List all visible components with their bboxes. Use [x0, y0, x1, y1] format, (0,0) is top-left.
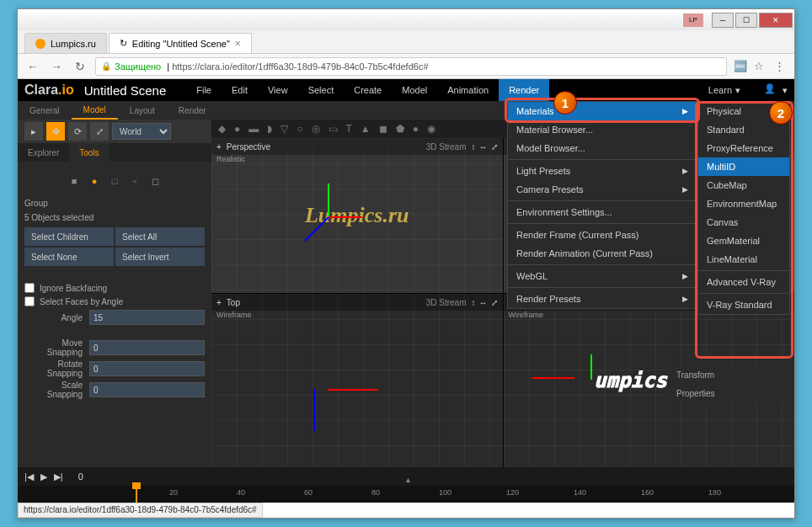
browser-tab[interactable]: Lumpics.ru [24, 33, 107, 53]
primitive-icon[interactable]: ◉ [427, 123, 435, 135]
shape-icon[interactable]: ◻ [147, 173, 163, 189]
vp-icon[interactable]: ⤢ [491, 142, 498, 152]
viewport-top[interactable]: +Top3D Stream↕↔⤢ Wireframe [211, 294, 503, 467]
select-button[interactable]: Select Children [24, 227, 114, 246]
back-button[interactable]: ← [24, 58, 41, 75]
rotate-tool[interactable]: ⟳ [68, 122, 87, 141]
vp-icon[interactable]: ↕ [472, 142, 476, 152]
rotate-snap-input[interactable] [89, 361, 205, 376]
panel-header[interactable]: Transform [668, 365, 794, 384]
vp-icon[interactable]: ⤢ [491, 298, 498, 307]
logo[interactable]: Clara.io [24, 83, 74, 98]
submenu-item[interactable]: Canvas [698, 213, 789, 232]
tab-close-icon[interactable]: × [235, 38, 241, 50]
menu-render[interactable]: Render [499, 79, 549, 101]
menu-view[interactable]: View [258, 79, 298, 101]
menu-create[interactable]: Create [344, 79, 392, 101]
dropdown-item[interactable]: Light Presets▶ [508, 162, 697, 180]
coord-select[interactable]: World [112, 123, 171, 140]
sidetab-explorer[interactable]: Explorer [18, 143, 69, 162]
primitive-icon[interactable]: ▬ [248, 123, 259, 135]
subtab-layout[interactable]: Layout [118, 101, 167, 120]
user-icon[interactable]: 👤 [764, 83, 777, 97]
forward-button[interactable]: → [48, 58, 65, 75]
text-icon[interactable]: T [346, 123, 352, 135]
timeline-marker[interactable] [136, 486, 137, 503]
dropdown-item[interactable]: Materials▶ [508, 102, 697, 120]
vp-icon[interactable]: ↔ [479, 142, 488, 152]
learn-menu[interactable]: Learn▾ [698, 79, 751, 101]
submenu-item[interactable]: ProxyReference [698, 139, 789, 157]
last-frame-button[interactable]: ▶| [54, 471, 63, 482]
shape-icon[interactable]: ■ [67, 173, 82, 189]
close-button[interactable]: ✕ [759, 13, 793, 28]
play-button[interactable]: ▶ [40, 471, 47, 482]
sphere-icon[interactable]: ● [87, 173, 102, 189]
dropdown-item[interactable]: Environment Settings... [508, 203, 697, 221]
select-button[interactable]: Select Invert [115, 248, 205, 266]
select-button[interactable]: Select None [24, 248, 114, 266]
reload-button[interactable]: ↻ [72, 58, 88, 75]
primitive-icon[interactable]: ○ [296, 123, 302, 135]
vp-icon[interactable]: ↔ [479, 298, 488, 307]
primitive-icon[interactable]: ⬟ [396, 123, 404, 135]
dropdown-item[interactable]: Render Presets▶ [508, 290, 697, 308]
select-button[interactable]: Select All [115, 227, 205, 246]
move-snap-input[interactable] [89, 340, 205, 355]
primitive-icon[interactable]: ▲ [361, 123, 371, 135]
primitive-icon[interactable]: ◼ [379, 123, 387, 135]
primitive-icon[interactable]: ▽ [280, 123, 288, 135]
submenu-item[interactable]: V-Ray Standard [698, 295, 789, 314]
subtab-general[interactable]: General [18, 101, 72, 120]
first-frame-button[interactable]: |◀ [24, 471, 34, 482]
viewport-perspective[interactable]: +Perspective3D Stream↕↔⤢ Realistic Lumpi… [211, 138, 503, 293]
submenu-item[interactable]: LineMaterial [698, 250, 789, 269]
primitive-icon[interactable]: ▭ [329, 123, 338, 135]
primitive-icon[interactable]: ◆ [218, 123, 226, 135]
submenu-item[interactable]: CubeMap [698, 176, 789, 194]
select-faces-check[interactable] [24, 296, 35, 306]
submenu-item[interactable]: Advanced V-Ray [698, 273, 789, 291]
primitive-icon[interactable]: ◎ [312, 123, 320, 135]
plus-icon[interactable]: + [216, 298, 222, 307]
menu-select[interactable]: Select [298, 79, 345, 101]
menu-file[interactable]: File [186, 79, 222, 101]
move-tool[interactable]: ✥ [46, 122, 65, 141]
vp-icon[interactable]: ↕ [472, 298, 476, 307]
timeline-track[interactable]: 20406080100120140160180 [18, 486, 794, 503]
scale-tool[interactable]: ⤢ [90, 122, 109, 141]
minimize-button[interactable]: ─ [712, 13, 734, 28]
browser-tab[interactable]: ↻ Editing "Untitled Scene" × [109, 33, 252, 53]
pointer-tool[interactable]: ▸ [24, 122, 43, 141]
dropdown-item[interactable]: Render Animation (Current Pass) [508, 244, 697, 263]
plus-icon[interactable]: + [216, 142, 222, 152]
primitive-icon[interactable]: ● [413, 123, 419, 135]
menu-icon[interactable]: ⋮ [774, 60, 788, 73]
maximize-button[interactable]: ☐ [735, 13, 757, 28]
collapse-icon[interactable]: ▴ [406, 475, 410, 484]
menu-edit[interactable]: Edit [222, 79, 258, 101]
submenu-item[interactable]: GemMaterial [698, 232, 789, 250]
dropdown-item[interactable]: Render Frame (Current Pass) [508, 226, 697, 244]
dropdown-item[interactable]: Camera Presets▶ [508, 180, 697, 199]
sidetab-tools[interactable]: Tools [69, 143, 109, 162]
subtab-render[interactable]: Render [167, 101, 218, 120]
primitive-icon[interactable]: ◗ [267, 123, 272, 135]
panel-header[interactable]: Properties [668, 384, 794, 402]
angle-input[interactable] [89, 310, 205, 325]
dropdown-item[interactable]: WebGL▶ [508, 267, 697, 285]
primitive-icon[interactable]: ● [234, 123, 240, 135]
dropdown-item[interactable]: Material Browser... [508, 120, 697, 139]
subtab-model[interactable]: Model [72, 101, 118, 120]
chevron-down-icon[interactable]: ▾ [783, 85, 788, 96]
dropdown-item[interactable]: Model Browser... [508, 139, 697, 157]
menu-animation[interactable]: Animation [437, 79, 499, 101]
menu-model[interactable]: Model [392, 79, 437, 101]
shape-icon[interactable]: ▫ [127, 173, 142, 189]
shape-icon[interactable]: □ [107, 173, 122, 189]
translate-icon[interactable]: 🔤 [734, 60, 747, 73]
ignore-backfacing-check[interactable] [24, 283, 35, 293]
submenu-item[interactable]: MultiID [698, 157, 789, 176]
url-field[interactable]: 🔒 Защищено | https://clara.io/editor/1df… [95, 57, 727, 76]
scale-snap-input[interactable] [89, 382, 205, 397]
